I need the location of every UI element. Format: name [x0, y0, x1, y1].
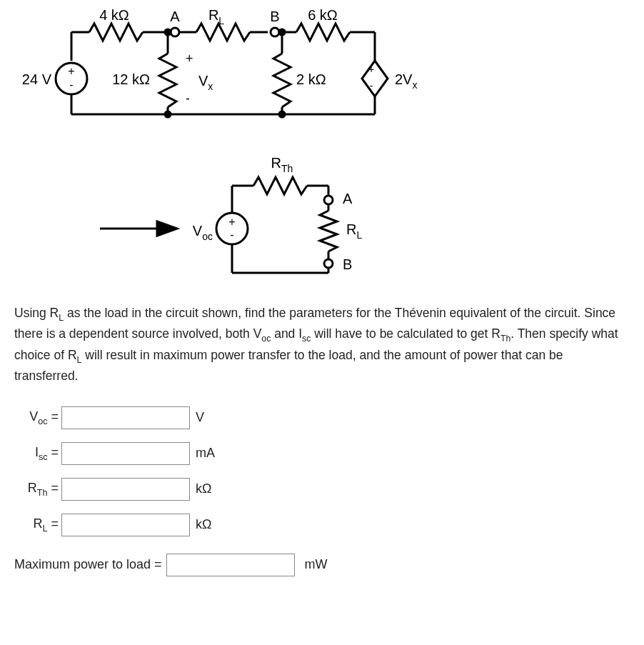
voc-minus: - [230, 229, 233, 241]
vx-label: Vx [198, 73, 213, 92]
rl-input-label: RL = [14, 516, 59, 534]
r1-label: 4 kΩ [99, 7, 129, 23]
pmax-row: Maximum power to load = mW [14, 554, 630, 576]
rl-row: RL = kΩ [14, 514, 630, 536]
voc-label: Voc [193, 223, 213, 242]
svg-marker-24 [157, 221, 177, 236]
pmax-input[interactable] [166, 554, 295, 576]
circuit-1: 4 kΩ A RL B 6 kΩ [22, 7, 418, 117]
r6k-label: 6 kΩ [308, 7, 338, 23]
isc-input[interactable] [61, 442, 190, 465]
dep-minus: - [370, 80, 373, 91]
rth-unit: kΩ [196, 481, 211, 496]
svg-point-21 [279, 29, 285, 35]
circuit-diagrams: 4 kΩ A RL B 6 kΩ [14, 7, 630, 282]
rth-input-label: RTh = [14, 481, 59, 498]
th-node-b: B [343, 256, 352, 272]
svg-point-17 [165, 29, 171, 35]
vsrc-plus: + [68, 65, 74, 77]
isc-row: Isc = mA [14, 442, 630, 465]
rth-input[interactable] [61, 478, 190, 501]
rth-row: RTh = kΩ [14, 478, 630, 501]
svg-point-22 [279, 111, 285, 117]
circuit-svg: 4 kΩ A RL B 6 kΩ [14, 7, 457, 279]
voc-plus: + [228, 216, 235, 228]
vx-minus: - [186, 91, 190, 106]
isc-unit: mA [196, 446, 215, 461]
isc-input-label: Isc = [14, 445, 59, 462]
voc-unit: V [196, 410, 204, 425]
problem-text: Using RL as the load in the circuit show… [14, 304, 630, 386]
svg-point-31 [324, 259, 333, 268]
vx-plus: + [186, 51, 193, 66]
th-node-a: A [343, 191, 353, 206]
rth-label: RTh [271, 155, 293, 174]
vsrc-minus: - [69, 79, 73, 91]
arrow-icon [100, 221, 177, 236]
dep-plus: + [368, 64, 374, 75]
node-a-label: A [170, 9, 180, 24]
vsrc-label: 24 V [22, 71, 52, 87]
voc-row: Voc = V [14, 406, 630, 429]
rl-top-label: RL [208, 7, 224, 26]
svg-point-27 [324, 196, 333, 204]
node-b-label: B [270, 9, 279, 24]
voc-input-label: Voc = [14, 409, 59, 426]
svg-point-18 [165, 111, 171, 117]
voc-input[interactable] [61, 406, 190, 429]
svg-point-5 [271, 28, 279, 36]
pmax-label: Maximum power to load = [14, 557, 162, 572]
r12k-label: 12 kΩ [112, 71, 150, 87]
dep-label: 2Vx [395, 71, 417, 91]
rl-input[interactable] [61, 514, 190, 536]
th-rl-label: RL [346, 221, 362, 241]
r2k-label: 2 kΩ [296, 71, 326, 87]
svg-marker-9 [362, 61, 388, 96]
pmax-unit: mW [305, 557, 328, 572]
circuit-2: RTh A RL B + - Voc [193, 155, 363, 273]
rl-unit: kΩ [196, 517, 211, 532]
svg-point-2 [171, 28, 179, 36]
